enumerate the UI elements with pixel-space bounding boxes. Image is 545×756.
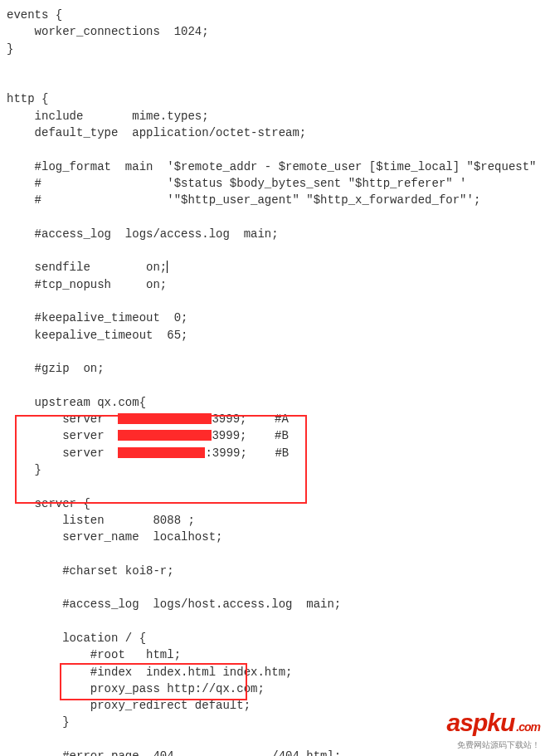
watermark-main: aspku xyxy=(447,709,515,736)
redacted-ip xyxy=(118,430,212,441)
code-line: } xyxy=(7,42,13,56)
code-text: 3999; #B xyxy=(212,429,288,442)
code-line: #root html; xyxy=(7,648,181,661)
code-line: #keepalive_timeout 0; xyxy=(7,311,187,324)
watermark-dotcom: .com xyxy=(516,720,540,734)
code-line: http { xyxy=(7,92,48,105)
code-line: #error_page 404 /404.html; xyxy=(7,749,341,756)
code-line: worker_connections 1024; xyxy=(7,25,209,38)
code-line: default_type application/octet-stream; xyxy=(7,126,306,139)
code-line: } xyxy=(7,463,41,476)
watermark-sub: 免费网站源码下载站！ xyxy=(447,739,540,752)
config-code: events { worker_connections 1024; } http… xyxy=(7,7,545,756)
code-line: location / { xyxy=(7,632,146,645)
code-text: :3999; #B xyxy=(205,446,289,460)
code-line: server 3999; #A xyxy=(7,412,289,426)
redacted-ip xyxy=(118,413,212,424)
text-cursor xyxy=(167,261,168,273)
code-text: server xyxy=(7,412,118,426)
code-line: server_name localhost; xyxy=(7,530,222,544)
code-line: events { xyxy=(7,8,62,22)
code-text: server xyxy=(7,446,118,460)
code-line: #gzip on; xyxy=(7,362,105,375)
code-line: #index index.html index.htm; xyxy=(7,666,292,679)
code-line: server { xyxy=(7,497,90,510)
code-text: sendfile on; xyxy=(7,261,167,274)
code-line: #charset koi8-r; xyxy=(7,564,174,578)
code-text: server xyxy=(7,429,118,442)
code-line: # '$status $body_bytes_sent "$http_refer… xyxy=(7,177,467,190)
code-line: server 3999; #B xyxy=(7,429,289,442)
code-line: server :3999; #B xyxy=(7,446,289,460)
code-line: proxy_redirect default; xyxy=(7,699,251,712)
code-line: #log_format main '$remote_addr - $remote… xyxy=(7,160,545,173)
code-text: 3999; #A xyxy=(212,412,288,426)
code-line: proxy_pass http://qx.com; xyxy=(7,682,265,695)
code-line: include mime.types; xyxy=(7,110,209,123)
code-line: #access_log logs/host.access.log main; xyxy=(7,597,341,611)
code-line: #tcp_nopush on; xyxy=(7,278,167,291)
code-line: upstream qx.com{ xyxy=(7,396,146,409)
code-line: } xyxy=(7,715,70,729)
code-line: # '"$http_user_agent" "$http_x_forwarded… xyxy=(7,193,480,207)
redacted-ip xyxy=(118,447,205,458)
code-line: keepalive_timeout 65; xyxy=(7,329,187,342)
watermark: aspku.com 免费网站源码下载站！ xyxy=(447,705,540,751)
code-line: listen 8088 ; xyxy=(7,514,195,527)
code-line: sendfile on; xyxy=(7,261,168,274)
code-line: #access_log logs/access.log main; xyxy=(7,227,279,241)
